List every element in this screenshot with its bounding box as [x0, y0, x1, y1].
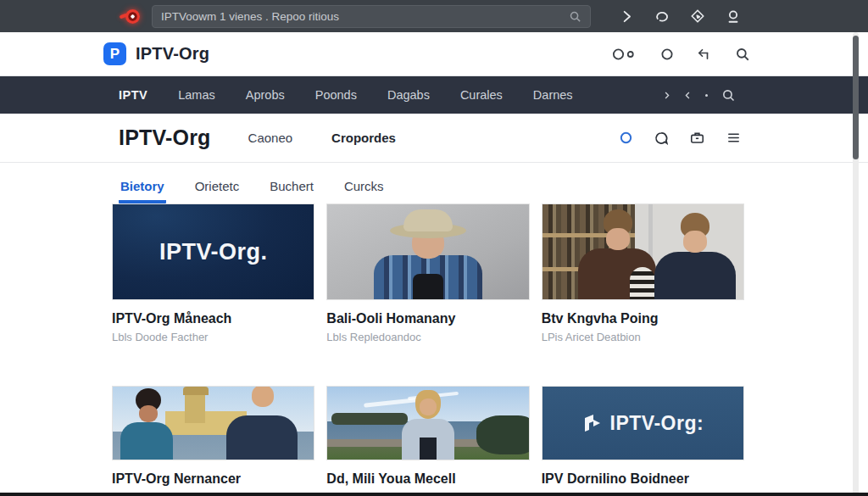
nav-item-dagabs[interactable]: Dagabs	[387, 88, 430, 102]
two-circles-icon[interactable]	[612, 47, 637, 62]
browser-topbar: IPTVoowm 1 vienes . Repoo ritious	[0, 0, 868, 32]
iptv-cube-logo-icon	[582, 412, 603, 434]
card-subtitle: LPis Aricet Deatbion	[542, 331, 744, 343]
bottom-edge-strip	[0, 493, 868, 496]
app-header-bar: P IPTV-Org	[0, 32, 868, 76]
scrollbar-thumb[interactable]	[853, 36, 859, 159]
swap-arrows-icon[interactable]	[697, 47, 713, 62]
dot-icon	[705, 94, 708, 97]
user-icon[interactable]	[726, 8, 741, 24]
thumbnail-man-bucket-hat	[326, 203, 529, 300]
card-dd-mili-youa-mecell[interactable]: Dd, Mili Youa Mecell Lbls Undur Atespell…	[326, 386, 529, 496]
thumbnail-woman-waterfront	[326, 386, 529, 460]
undo-arc-icon[interactable]	[654, 8, 670, 24]
tab-curcks[interactable]: Curcks	[342, 172, 386, 203]
app-logo-letter: P	[110, 46, 120, 63]
nav-item-iptv[interactable]: IPTV	[119, 88, 147, 102]
record-target-icon	[125, 9, 140, 24]
blue-circle-icon[interactable]	[619, 131, 633, 145]
tab-orietetc[interactable]: Orietetc	[193, 172, 242, 203]
thumbnail-logo-text: IPTV-Org:	[610, 412, 704, 435]
face-right-shape	[683, 231, 707, 253]
card-subtitle: Lbls Repledoandoc	[326, 331, 529, 343]
man-face-shape	[252, 386, 274, 407]
woman-face-shape	[139, 405, 158, 422]
face-left-shape	[606, 228, 630, 250]
diamond-cursor-icon[interactable]	[690, 8, 705, 24]
thumbnail-iptv-dark-logo: IPTV-Org.	[112, 203, 314, 300]
distant-trees-shape	[331, 413, 408, 425]
menu-item-cropordes[interactable]: Cropordes	[331, 131, 396, 145]
face-shape	[420, 398, 437, 415]
man-right-shape	[654, 252, 736, 300]
card-title: Dd, Mili Youa Mecell	[326, 471, 529, 487]
nav-item-curales[interactable]: Curales	[460, 88, 503, 102]
nav-item-lamas[interactable]: Lamas	[178, 88, 215, 102]
thumbnail-iptv-blue-logo: IPTV-Org:	[542, 386, 744, 460]
app-logo-p: P	[103, 42, 126, 65]
main-navigation: IPTV Lamas Aprobs Poonds Dagabs Curales …	[0, 76, 868, 114]
card-row-1: IPTV-Org. IPTV-Org Måneach Lbls Doode Fa…	[112, 203, 744, 343]
site-header: IPTV-Org Caoneo Cropordes	[0, 114, 868, 163]
thumbnail-logo-text: IPTV-Org.	[113, 204, 314, 299]
app-title: IPTV-Org	[136, 44, 209, 64]
card-ipv-dornilino-boidneer[interactable]: IPTV-Org: IPV Dornilino Boidneer Lbls An…	[542, 386, 744, 496]
striped-shirt-shape	[630, 267, 655, 299]
card-grid: IPTV-Org. IPTV-Org Måneach Lbls Doode Fa…	[112, 203, 744, 496]
card-title: IPV Dornilino Boidneer	[542, 471, 744, 487]
tab-bar: Bietory Orietetc Buchert Curcks	[0, 163, 868, 203]
hamburger-menu-icon[interactable]	[726, 131, 742, 145]
chevron-right-small-icon[interactable]	[663, 91, 670, 100]
speech-bubble-icon[interactable]	[654, 131, 669, 146]
card-title: IPTV-Org Måneach	[112, 311, 314, 326]
site-title: IPTV-Org	[119, 125, 211, 150]
url-search-bar[interactable]: IPTVoowm 1 vienes . Repoo ritious	[152, 5, 591, 28]
card-iptv-org-maneach[interactable]: IPTV-Org. IPTV-Org Måneach Lbls Doode Fa…	[112, 203, 314, 343]
man-shape	[226, 415, 298, 460]
hat-top-shape	[403, 209, 453, 231]
card-btv-kngvha-poing[interactable]: Btv Kngvha Poing LPis Aricet Deatbion	[542, 203, 744, 343]
thumbnail-couple-castle	[112, 386, 314, 460]
card-bali-ooli-homanany[interactable]: Bali-Ooli Homanany Lbls Repledoandoc	[326, 203, 529, 343]
thumbnail-two-men-bookshelf	[542, 203, 744, 300]
tab-buchert[interactable]: Buchert	[268, 172, 315, 203]
card-title: Btv Kngvha Poing	[542, 311, 744, 326]
card-row-2: IPTV-Org Nernancer Lbls Fiatey Nmina Dd,…	[112, 386, 744, 496]
search-icon[interactable]	[721, 88, 736, 103]
card-iptv-org-nernancer[interactable]: IPTV-Org Nernancer Lbls Fiatey Nmina	[112, 386, 314, 496]
castle-tower-shape	[185, 391, 205, 423]
nav-item-aprobs[interactable]: Aprobs	[246, 88, 285, 102]
menu-item-caoneo[interactable]: Caoneo	[248, 131, 293, 145]
black-tee-shape	[413, 274, 443, 300]
card-title: Bali-Ooli Homanany	[326, 311, 529, 326]
circle-icon[interactable]	[659, 47, 675, 62]
card-subtitle: Lbls Doode Facther	[112, 331, 314, 343]
woman-shape	[120, 422, 173, 460]
search-icon[interactable]	[735, 47, 750, 62]
chevron-left-small-icon[interactable]	[684, 91, 692, 100]
nav-item-darnes[interactable]: Darnes	[533, 88, 573, 102]
dark-shirt-shape	[420, 437, 437, 460]
url-text: IPTVoowm 1 vienes . Repoo ritious	[161, 10, 569, 23]
tab-bietory[interactable]: Bietory	[119, 172, 166, 203]
nav-item-poonds[interactable]: Poonds	[315, 88, 357, 102]
tree-shape	[476, 415, 530, 454]
card-title: IPTV-Org Nernancer	[112, 471, 314, 487]
castle-tower-top-shape	[183, 387, 209, 395]
chevron-right-icon[interactable]	[620, 9, 634, 24]
search-icon	[569, 10, 581, 23]
briefcase-icon[interactable]	[689, 130, 705, 146]
